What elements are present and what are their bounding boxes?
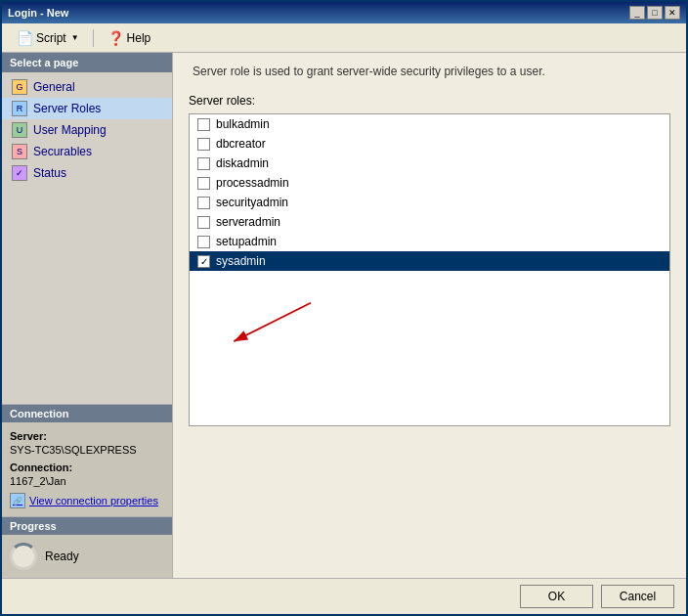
- role-checkbox[interactable]: [197, 118, 210, 131]
- cancel-button[interactable]: Cancel: [601, 585, 674, 608]
- role-name: bulkadmin: [216, 117, 270, 131]
- role-name: setupadmin: [216, 235, 277, 248]
- sidebar-item-server-roles[interactable]: R Server Roles: [2, 98, 172, 119]
- window-title: Login - New: [8, 7, 68, 19]
- content-area: Server role is used to grant server-wide…: [173, 53, 686, 578]
- link-icon: 🔗: [10, 493, 25, 508]
- title-controls: _ □ ✕: [629, 6, 680, 20]
- connection-section: Connection Server: SYS-TC35\SQLEXPRESS C…: [2, 404, 172, 516]
- progress-section: Progress Ready: [2, 516, 172, 578]
- role-item[interactable]: ✓sysadmin: [190, 251, 669, 271]
- user-mapping-icon: U: [12, 122, 27, 138]
- securables-icon: S: [12, 144, 27, 159]
- content-wrapper: bulkadmindbcreatordiskadminprocessadmins…: [189, 113, 670, 566]
- sidebar-item-label-status: Status: [33, 166, 66, 180]
- connection-label: Connection:: [10, 462, 164, 473]
- sidebar-item-label-user-mapping: User Mapping: [33, 123, 107, 137]
- role-checkbox[interactable]: [197, 138, 210, 151]
- progress-content: Ready: [10, 543, 164, 570]
- progress-spinner: [10, 543, 37, 570]
- footer: OK Cancel: [2, 578, 686, 614]
- server-value: SYS-TC35\SQLEXPRESS: [10, 444, 164, 456]
- sidebar-item-securables[interactable]: S Securables: [2, 141, 172, 162]
- connection-header: Connection: [2, 405, 172, 422]
- sidebar-item-status[interactable]: ✓ Status: [2, 162, 172, 184]
- role-name: diskadmin: [216, 156, 269, 170]
- main-content: Select a page G General R Server Roles U…: [2, 53, 686, 578]
- server-roles-label: Server roles:: [189, 94, 670, 108]
- role-item[interactable]: setupadmin: [190, 232, 669, 251]
- sidebar-nav: G General R Server Roles U User Mapping …: [2, 72, 172, 404]
- role-item[interactable]: processadmin: [190, 173, 669, 193]
- sidebar: Select a page G General R Server Roles U…: [2, 53, 173, 578]
- maximize-button[interactable]: □: [647, 6, 663, 20]
- sidebar-item-label-securables: Securables: [33, 145, 92, 158]
- help-label: Help: [127, 31, 151, 45]
- view-connection-link[interactable]: 🔗 View connection properties: [10, 493, 164, 508]
- sidebar-item-label-general: General: [33, 80, 75, 94]
- role-name: serveradmin: [216, 215, 280, 229]
- role-name: processadmin: [216, 176, 289, 190]
- role-item[interactable]: dbcreator: [190, 134, 669, 154]
- general-icon: G: [12, 79, 27, 95]
- connection-value: 1167_2\Jan: [10, 475, 164, 487]
- script-button[interactable]: 📄 Script ▼: [10, 27, 86, 49]
- role-item[interactable]: securityadmin: [190, 193, 669, 212]
- title-bar: Login - New _ □ ✕: [2, 2, 686, 23]
- script-dropdown-arrow: ▼: [71, 33, 79, 42]
- sidebar-header: Select a page: [2, 53, 172, 72]
- role-name: sysadmin: [216, 254, 266, 268]
- server-roles-icon: R: [12, 101, 27, 116]
- help-icon: ❓: [108, 30, 124, 46]
- view-connection-text: View connection properties: [29, 495, 158, 506]
- ok-button[interactable]: OK: [520, 585, 593, 608]
- progress-status: Ready: [45, 550, 79, 563]
- minimize-button[interactable]: _: [629, 6, 645, 20]
- status-icon: ✓: [12, 165, 27, 181]
- script-label: Script: [36, 31, 66, 45]
- role-checkbox[interactable]: [197, 236, 210, 248]
- role-checkbox[interactable]: [197, 157, 210, 170]
- help-button[interactable]: ❓ Help: [101, 27, 158, 49]
- role-checkbox[interactable]: [197, 216, 210, 229]
- sidebar-item-general[interactable]: G General: [2, 76, 172, 98]
- toolbar: 📄 Script ▼ ❓ Help: [2, 23, 686, 53]
- role-item[interactable]: bulkadmin: [190, 114, 669, 134]
- role-checkbox[interactable]: [197, 177, 210, 190]
- role-name: securityadmin: [216, 196, 288, 209]
- script-icon: 📄: [17, 30, 33, 46]
- content-description: Server role is used to grant server-wide…: [189, 65, 670, 78]
- progress-header: Progress: [2, 517, 172, 535]
- role-checkbox[interactable]: ✓: [197, 255, 210, 268]
- role-name: dbcreator: [216, 137, 266, 151]
- role-item[interactable]: serveradmin: [190, 212, 669, 232]
- toolbar-separator: [93, 29, 94, 47]
- main-window: Login - New _ □ ✕ 📄 Script ▼ ❓ Help Sele…: [0, 0, 688, 616]
- close-button[interactable]: ✕: [665, 6, 680, 20]
- sidebar-item-user-mapping[interactable]: U User Mapping: [2, 119, 172, 141]
- sidebar-item-label-server-roles: Server Roles: [33, 102, 101, 115]
- server-label: Server:: [10, 430, 164, 442]
- role-item[interactable]: diskadmin: [190, 154, 669, 173]
- role-checkbox[interactable]: [197, 197, 210, 209]
- roles-list[interactable]: bulkadmindbcreatordiskadminprocessadmins…: [189, 113, 670, 426]
